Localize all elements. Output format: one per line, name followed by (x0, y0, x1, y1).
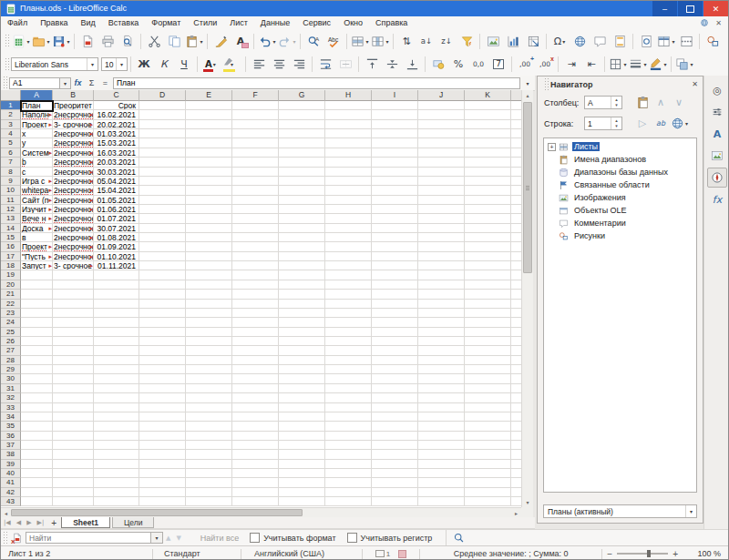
row-header-9[interactable]: 9 (1, 177, 21, 186)
row-header-35[interactable]: 35 (1, 422, 21, 431)
end-icon[interactable]: ∨ (670, 95, 688, 111)
cell[interactable] (53, 432, 94, 441)
cell[interactable] (372, 186, 418, 195)
cell[interactable] (186, 318, 232, 327)
cell[interactable] (21, 356, 53, 365)
cell[interactable] (325, 318, 372, 327)
cell[interactable] (139, 393, 186, 402)
cell[interactable] (511, 110, 521, 119)
cell[interactable] (465, 168, 511, 177)
cell[interactable] (511, 290, 521, 299)
row-header-42[interactable]: 42 (1, 488, 21, 497)
row-header-6[interactable]: 6 (1, 148, 21, 158)
cell[interactable] (279, 101, 325, 110)
cell[interactable] (372, 412, 418, 422)
draw-functions-icon[interactable] (703, 32, 723, 50)
row-header-13[interactable]: 13 (1, 214, 21, 223)
sheet-tab-Sheet1[interactable]: Sheet1 (61, 517, 110, 528)
row-header-19[interactable]: 19 (1, 270, 21, 280)
cell[interactable] (511, 432, 521, 441)
menubar-globe-icon[interactable] (700, 18, 709, 27)
cell[interactable] (139, 120, 186, 129)
cell[interactable] (465, 374, 511, 383)
cell[interactable] (418, 214, 465, 223)
cell[interactable] (372, 460, 418, 469)
cell-B6[interactable]: 2несрочное▸ (53, 148, 94, 158)
cell[interactable] (232, 432, 279, 441)
cell[interactable] (325, 261, 372, 270)
row-header-23[interactable]: 23 (1, 309, 21, 318)
cell-C1[interactable]: Срок (94, 101, 139, 110)
cell[interactable] (511, 365, 521, 374)
row-header-3[interactable]: 3 (1, 120, 21, 129)
cell[interactable] (139, 346, 186, 355)
cell[interactable] (511, 356, 521, 365)
cell[interactable] (186, 186, 232, 195)
scroll-up-icon[interactable] (522, 90, 533, 100)
sheet-tab-Цели[interactable]: Цели (112, 517, 154, 528)
cell[interactable] (139, 186, 186, 195)
cell[interactable] (94, 488, 139, 497)
cell[interactable] (372, 138, 418, 148)
cell[interactable] (465, 384, 511, 393)
search-history-dropdown[interactable] (151, 532, 163, 544)
cell[interactable] (372, 328, 418, 337)
cell[interactable] (21, 432, 53, 441)
cell[interactable] (418, 384, 465, 393)
cell-A16[interactable]: Проект▸ (21, 242, 53, 251)
cell[interactable] (511, 412, 521, 422)
menu-item[interactable]: Справка (369, 16, 414, 29)
cell[interactable] (372, 148, 418, 158)
cell[interactable] (325, 412, 372, 422)
cell[interactable] (465, 290, 511, 299)
cell[interactable] (186, 214, 232, 223)
delete-decimal-icon[interactable]: ,00 (535, 56, 555, 74)
cell-B5[interactable]: 2несрочное▸ (53, 138, 94, 148)
cell[interactable] (53, 318, 94, 327)
row-header-7[interactable]: 7 (1, 158, 21, 167)
cell[interactable] (372, 384, 418, 393)
cell[interactable] (139, 168, 186, 177)
cell[interactable] (186, 412, 232, 422)
add-sheet-button[interactable]: + (46, 517, 61, 528)
border-style-icon[interactable]: ▾ (628, 56, 648, 74)
cell[interactable] (94, 328, 139, 337)
cell[interactable] (372, 120, 418, 129)
cell[interactable] (418, 148, 465, 158)
cell[interactable] (21, 450, 53, 459)
close-navigator-button[interactable]: ✕ (692, 80, 698, 88)
cell[interactable] (139, 337, 186, 346)
cell[interactable] (325, 337, 372, 346)
tree-item[interactable]: Диапазоны базы данных (544, 166, 696, 178)
cell[interactable] (418, 186, 465, 195)
cell[interactable] (325, 328, 372, 337)
cell[interactable] (139, 374, 186, 383)
cell[interactable] (418, 158, 465, 167)
cell[interactable] (186, 346, 232, 355)
cell[interactable] (232, 196, 279, 205)
panel-grip[interactable] (544, 77, 549, 92)
cell[interactable] (418, 138, 465, 148)
cell-B8[interactable]: 2несрочное▸ (53, 168, 94, 177)
column-header-G[interactable]: G (279, 90, 325, 101)
cell[interactable] (279, 450, 325, 459)
freeze-panes-icon[interactable]: ▾ (656, 32, 676, 50)
cell[interactable] (372, 242, 418, 251)
column-header-C[interactable]: C (94, 90, 139, 101)
cell[interactable] (232, 138, 279, 148)
column-header-B[interactable]: B (53, 90, 94, 101)
row-header-27[interactable]: 27 (1, 346, 21, 355)
cell[interactable] (465, 186, 511, 195)
cell[interactable] (232, 497, 279, 506)
cell-C14[interactable]: 30.07.2021 (94, 224, 139, 233)
cell[interactable] (511, 469, 521, 478)
autofilter-icon[interactable] (457, 32, 477, 50)
headers-footers-icon[interactable] (610, 32, 630, 50)
name-box-dropdown[interactable] (60, 77, 71, 89)
add-decimal-icon[interactable]: ,00 (515, 56, 535, 74)
tree-item[interactable]: Имена диапазонов (544, 153, 696, 166)
cell[interactable] (53, 497, 94, 506)
cell[interactable] (279, 290, 325, 299)
cell-A8[interactable]: c (21, 168, 53, 177)
cell[interactable] (186, 497, 232, 506)
